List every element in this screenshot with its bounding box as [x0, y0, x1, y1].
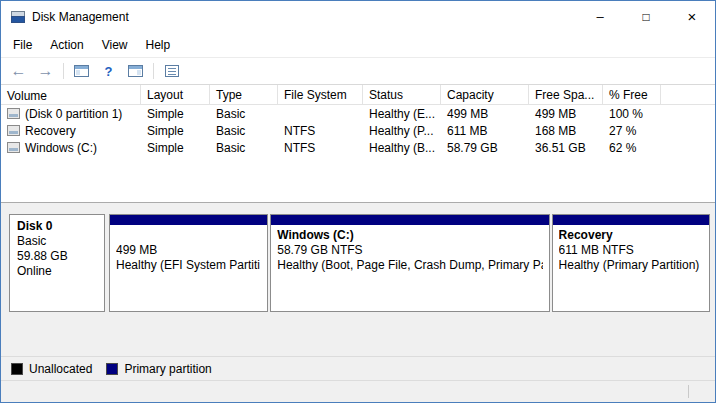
- disk-management-window: Disk Management – □ × File Action View H…: [0, 0, 716, 403]
- menu-view[interactable]: View: [93, 34, 137, 56]
- partition-title: Recovery: [559, 228, 703, 243]
- volume-icon: [7, 142, 20, 153]
- volume-icon: [7, 108, 20, 119]
- free-space-cell: 499 MB: [529, 107, 603, 121]
- toolbar-separator: [153, 63, 154, 79]
- partition-text: Recovery 611 MB NTFS Healthy (Primary Pa…: [553, 225, 709, 276]
- partitions-container: 499 MB Healthy (EFI System Partiti Windo…: [109, 214, 710, 312]
- capacity-cell: 499 MB: [441, 107, 529, 121]
- partition-recovery[interactable]: Recovery 611 MB NTFS Healthy (Primary Pa…: [552, 214, 710, 312]
- type-cell: Basic: [210, 124, 278, 138]
- pct-free-cell: 100 %: [603, 107, 661, 121]
- back-button[interactable]: ←: [6, 60, 31, 82]
- status-cell: Healthy (P...: [363, 124, 441, 138]
- primary-partition-swatch-icon: [106, 363, 118, 375]
- disk-name: Disk 0: [17, 219, 97, 234]
- volume-name: (Disk 0 partition 1): [25, 107, 122, 121]
- type-cell: Basic: [210, 141, 278, 155]
- close-button[interactable]: ×: [669, 1, 715, 32]
- column-header-filler: [661, 85, 715, 104]
- column-header-pct-free[interactable]: % Free: [603, 85, 661, 104]
- menu-help[interactable]: Help: [137, 34, 180, 56]
- column-header-layout[interactable]: Layout: [141, 85, 210, 104]
- partition-title: Windows (C:): [277, 228, 542, 243]
- help-button[interactable]: ?: [96, 60, 121, 82]
- export-list-icon: [165, 65, 179, 77]
- menu-bar: File Action View Help: [1, 32, 715, 57]
- layout-cell: Simple: [141, 107, 210, 121]
- forward-arrow-icon: →: [38, 63, 54, 79]
- primary-partition-band: [110, 215, 267, 225]
- volume-list-pane: Volume Layout Type File System Status Ca…: [1, 85, 715, 203]
- partition-windows-c[interactable]: Windows (C:) 58.79 GB NTFS Healthy (Boot…: [270, 214, 549, 312]
- show-console-tree-button[interactable]: [69, 60, 94, 82]
- status-bar: [1, 380, 715, 402]
- menu-file[interactable]: File: [4, 34, 41, 56]
- resize-grip-divider: [688, 385, 689, 398]
- partition-status: Healthy (Primary Partition): [559, 258, 703, 273]
- disk-management-icon: [10, 9, 26, 25]
- console-tree-icon: [74, 65, 89, 77]
- title-bar: Disk Management – □ ×: [1, 1, 715, 32]
- disk-size: 59.88 GB: [17, 249, 97, 264]
- status-cell: Healthy (E...: [363, 107, 441, 121]
- disk-graphical-view: Disk 0 Basic 59.88 GB Online 499 MB Heal…: [1, 208, 715, 356]
- volume-table-header: Volume Layout Type File System Status Ca…: [1, 85, 715, 105]
- legend-label: Unallocated: [29, 362, 92, 376]
- legend-label: Primary partition: [124, 362, 211, 376]
- capacity-cell: 58.79 GB: [441, 141, 529, 155]
- partition-status: Healthy (Boot, Page File, Crash Dump, Pr…: [277, 258, 542, 273]
- partition-status: Healthy (EFI System Partiti: [116, 258, 261, 273]
- free-space-cell: 36.51 GB: [529, 141, 603, 155]
- table-row-windows-c[interactable]: Windows (C:) Simple Basic NTFS Healthy (…: [1, 139, 715, 156]
- disk-0-info-panel[interactable]: Disk 0 Basic 59.88 GB Online: [9, 214, 105, 312]
- help-icon: ?: [105, 65, 113, 78]
- toolbar: ← → ?: [1, 57, 715, 85]
- unallocated-swatch-icon: [11, 363, 23, 375]
- capacity-cell: 611 MB: [441, 124, 529, 138]
- volume-cell: Windows (C:): [1, 141, 141, 155]
- maximize-button[interactable]: □: [623, 1, 669, 32]
- legend-unallocated: Unallocated: [11, 362, 92, 376]
- volume-cell: (Disk 0 partition 1): [1, 107, 141, 121]
- column-header-free-space[interactable]: Free Spa...: [529, 85, 603, 104]
- file-system-cell: NTFS: [278, 141, 363, 155]
- column-header-status[interactable]: Status: [363, 85, 441, 104]
- partition-text: 499 MB Healthy (EFI System Partiti: [110, 225, 267, 276]
- partition-size: 611 MB NTFS: [559, 243, 703, 258]
- partition-efi-system[interactable]: 499 MB Healthy (EFI System Partiti: [109, 214, 268, 312]
- status-cell: Healthy (B...: [363, 141, 441, 155]
- partition-title: [116, 228, 261, 243]
- legend-bar: Unallocated Primary partition: [1, 356, 715, 380]
- disk-0-row: Disk 0 Basic 59.88 GB Online 499 MB Heal…: [9, 214, 707, 312]
- menu-action[interactable]: Action: [41, 34, 92, 56]
- show-action-pane-button[interactable]: [123, 60, 148, 82]
- free-space-cell: 168 MB: [529, 124, 603, 138]
- pct-free-cell: 62 %: [603, 141, 661, 155]
- partition-text: Windows (C:) 58.79 GB NTFS Healthy (Boot…: [271, 225, 548, 276]
- pct-free-cell: 27 %: [603, 124, 661, 138]
- volume-name: Recovery: [25, 124, 76, 138]
- volume-name: Windows (C:): [25, 141, 97, 155]
- column-header-capacity[interactable]: Capacity: [441, 85, 529, 104]
- action-pane-icon: [128, 65, 143, 77]
- column-header-volume[interactable]: Volume: [1, 85, 141, 104]
- window-title: Disk Management: [32, 10, 577, 24]
- table-row-recovery[interactable]: Recovery Simple Basic NTFS Healthy (P...…: [1, 122, 715, 139]
- export-list-button[interactable]: [159, 60, 184, 82]
- type-cell: Basic: [210, 107, 278, 121]
- disk-status: Online: [17, 264, 97, 279]
- column-header-type[interactable]: Type: [210, 85, 278, 104]
- disk-type: Basic: [17, 234, 97, 249]
- minimize-button[interactable]: –: [577, 1, 623, 32]
- partition-size: 499 MB: [116, 243, 261, 258]
- primary-partition-band: [553, 215, 709, 225]
- volume-cell: Recovery: [1, 124, 141, 138]
- layout-cell: Simple: [141, 124, 210, 138]
- layout-cell: Simple: [141, 141, 210, 155]
- table-row-disk0-partition1[interactable]: (Disk 0 partition 1) Simple Basic Health…: [1, 105, 715, 122]
- forward-button[interactable]: →: [33, 60, 58, 82]
- volume-icon: [7, 125, 20, 136]
- column-header-file-system[interactable]: File System: [278, 85, 363, 104]
- toolbar-separator: [63, 63, 64, 79]
